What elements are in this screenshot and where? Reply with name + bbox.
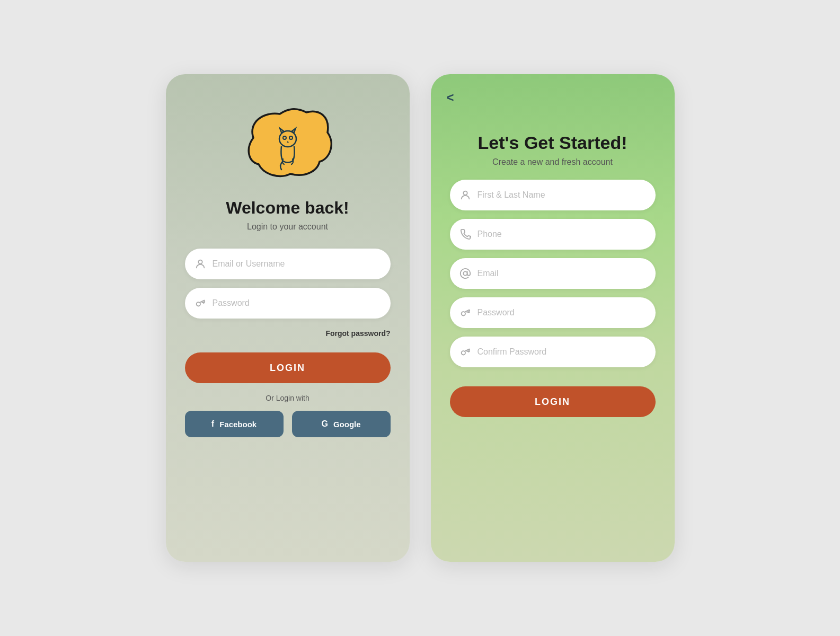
- svg-point-9: [463, 271, 467, 275]
- email-icon: [459, 268, 471, 279]
- name-input-group: [450, 180, 656, 210]
- facebook-button[interactable]: f Facebook: [185, 411, 284, 437]
- cat-logo: [243, 106, 333, 180]
- svg-point-7: [196, 302, 200, 306]
- login-button[interactable]: LOGIN: [185, 352, 391, 383]
- email-input-group: [185, 249, 391, 279]
- facebook-label: Facebook: [219, 420, 257, 429]
- user-icon: [194, 258, 206, 270]
- confirm-password-input-group: [450, 337, 656, 367]
- svg-point-8: [463, 191, 467, 195]
- google-button[interactable]: G Google: [292, 411, 391, 437]
- password-input[interactable]: [185, 288, 391, 319]
- forgot-password-link[interactable]: Forgot password?: [325, 329, 390, 338]
- confirm-password-input[interactable]: [450, 337, 656, 367]
- register-login-button[interactable]: LOGIN: [450, 386, 656, 417]
- svg-point-11: [461, 351, 465, 355]
- back-button[interactable]: <: [447, 91, 454, 104]
- phone-input[interactable]: [450, 219, 656, 250]
- facebook-icon: f: [211, 419, 214, 429]
- google-icon: G: [321, 419, 328, 429]
- key-icon: [194, 297, 206, 309]
- email-input[interactable]: [185, 249, 391, 279]
- confirm-key-icon: [459, 346, 471, 358]
- reg-email-input-group: [450, 258, 656, 289]
- phone-icon: [459, 228, 471, 240]
- reg-password-input-group: [450, 297, 656, 328]
- phone-input-group: [450, 219, 656, 250]
- login-title: Welcome back!: [226, 198, 349, 218]
- register-title: Let's Get Started!: [478, 132, 627, 153]
- reg-key-icon: [459, 307, 471, 319]
- logo-wrapper: [243, 106, 333, 182]
- reg-password-input[interactable]: [450, 297, 656, 328]
- password-input-group: [185, 288, 391, 319]
- svg-point-10: [461, 312, 465, 315]
- social-buttons: f Facebook G Google: [185, 411, 391, 437]
- reg-email-input[interactable]: [450, 258, 656, 289]
- google-label: Google: [333, 420, 361, 429]
- login-subtitle: Login to your account: [247, 222, 328, 232]
- name-icon: [459, 189, 471, 201]
- name-input[interactable]: [450, 180, 656, 210]
- or-text: Or Login with: [266, 394, 309, 402]
- register-card: < Let's Get Started! Create a new and fr…: [431, 74, 675, 562]
- svg-point-6: [198, 260, 202, 264]
- login-card: Welcome back! Login to your account Forg…: [166, 74, 410, 562]
- register-subtitle: Create a new and fresh account: [492, 157, 613, 167]
